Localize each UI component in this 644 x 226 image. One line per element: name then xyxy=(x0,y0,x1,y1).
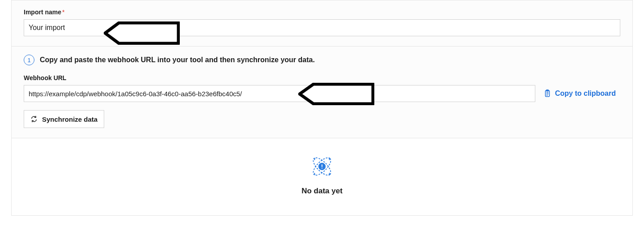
import-name-input[interactable] xyxy=(24,19,620,36)
import-name-label: Import name* xyxy=(24,9,620,16)
atom-icon xyxy=(309,154,335,179)
synchronize-data-label: Synchronize data xyxy=(42,115,97,123)
clipboard-icon xyxy=(543,90,551,98)
webhook-section: 1 Copy and paste the webhook URL into yo… xyxy=(12,47,632,138)
webhook-url-input[interactable] xyxy=(24,85,535,102)
step-number: 1 xyxy=(27,57,30,64)
webhook-url-label: Webhook URL xyxy=(24,74,620,81)
empty-state-text: No data yet xyxy=(12,187,632,196)
import-name-label-text: Import name xyxy=(24,9,61,16)
sync-icon xyxy=(30,115,38,123)
svg-rect-8 xyxy=(322,164,322,166)
synchronize-data-button[interactable]: Synchronize data xyxy=(24,110,104,128)
step-instruction: Copy and paste the webhook URL into your… xyxy=(40,56,315,64)
required-asterisk: * xyxy=(62,9,64,16)
webhook-url-row: Copy to clipboard xyxy=(24,85,620,102)
step-header: 1 Copy and paste the webhook URL into yo… xyxy=(24,55,620,65)
copy-to-clipboard-button[interactable]: Copy to clipboard xyxy=(543,90,620,98)
step-number-badge: 1 xyxy=(24,55,34,65)
import-name-section: Import name* xyxy=(12,0,632,47)
empty-state-section: No data yet xyxy=(12,138,632,215)
svg-rect-9 xyxy=(322,168,322,169)
import-form-panel: Import name* 1 Copy and paste the webhoo… xyxy=(11,0,633,216)
copy-to-clipboard-label: Copy to clipboard xyxy=(555,90,616,98)
